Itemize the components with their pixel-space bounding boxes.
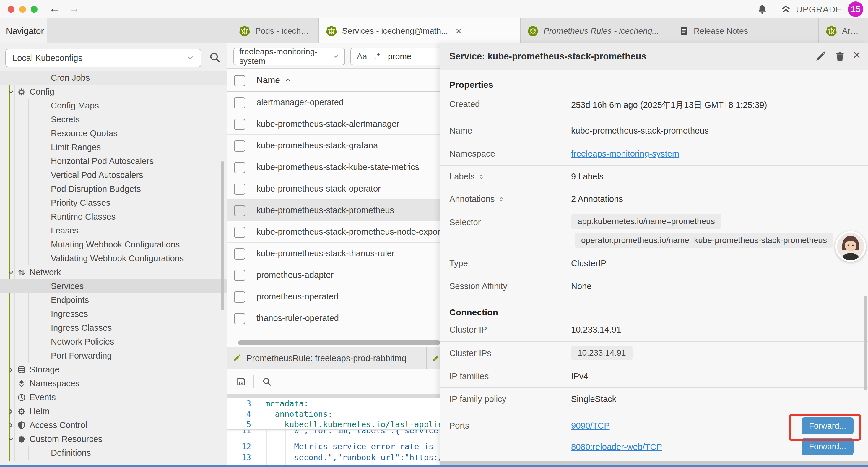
table-row[interactable]: kube-prometheus-stack-alertmanager — [227, 113, 440, 135]
table-row[interactable]: kube-prometheus-stack-prometheus — [227, 200, 440, 221]
close-window-button[interactable] — [8, 6, 14, 13]
row-checkbox[interactable] — [234, 248, 245, 260]
tree-item[interactable]: Runtime Classes — [0, 210, 227, 224]
namespace-link[interactable]: freeleaps-monitoring-system — [571, 149, 679, 159]
zoom-window-button[interactable] — [31, 6, 37, 13]
row-checkbox[interactable] — [234, 227, 245, 238]
back-button[interactable]: ← — [49, 2, 60, 15]
close-tab-icon[interactable]: × — [456, 25, 462, 37]
row-checkbox[interactable] — [234, 313, 245, 324]
yaml-editor[interactable]: 3 metadata: 4 annotations: 5 kubectl.kub… — [227, 399, 440, 467]
expand-collapse-icon[interactable] — [498, 195, 505, 203]
forward-button[interactable]: → — [68, 2, 80, 15]
port-link-9090[interactable]: 9090/TCP — [571, 421, 610, 431]
chevron-right-icon[interactable] — [7, 408, 17, 415]
sidebar-search-icon[interactable] — [209, 51, 221, 63]
sidebar-scrollbar[interactable] — [221, 161, 224, 310]
row-checkbox[interactable] — [234, 119, 245, 130]
row-checkbox[interactable] — [234, 162, 245, 173]
match-case-toggle[interactable]: Aa — [357, 52, 367, 61]
row-checkbox[interactable] — [234, 291, 245, 303]
search-input[interactable]: Aa .* prome — [350, 48, 440, 65]
delete-trash-icon[interactable] — [834, 51, 846, 62]
tree-item[interactable]: Cron Jobs — [0, 71, 227, 85]
tree-item[interactable]: Leases — [0, 224, 227, 238]
table-horizontal-scrollbar[interactable] — [238, 341, 440, 345]
tree-item[interactable]: Horizontal Pod Autoscalers — [0, 154, 227, 168]
tree-item[interactable]: Vertical Pod Autoscalers — [0, 168, 227, 182]
row-checkbox[interactable] — [234, 140, 245, 152]
tab-pods[interactable]: Pods - icecheng@mathmas... — [232, 18, 319, 43]
tree-item[interactable]: Resource Quotas — [0, 126, 227, 140]
runbook-url-link[interactable]: https://net — [409, 453, 440, 462]
namespace-filter-dropdown[interactable]: freeleaps-monitoring-system — [234, 48, 345, 65]
property-label[interactable]: Labels — [450, 172, 485, 181]
upgrade-button[interactable]: UPGRADE — [780, 4, 842, 15]
editor-tab-next[interactable] — [426, 347, 440, 369]
tab-argo[interactable]: Argo Se — [819, 18, 868, 43]
chevron-down-icon[interactable] — [7, 88, 17, 96]
tree-item[interactable]: Access Control — [0, 418, 227, 432]
tree-item[interactable]: Network Policies — [0, 335, 227, 349]
tree-item[interactable]: Storage — [0, 363, 227, 377]
avatar[interactable] — [835, 231, 866, 262]
row-checkbox[interactable] — [234, 205, 245, 216]
minimize-window-button[interactable] — [19, 6, 26, 13]
tree-item[interactable]: Network — [0, 265, 227, 279]
close-drawer-icon[interactable]: × — [853, 48, 861, 62]
navigator-panel-tab[interactable]: Navigator — [0, 18, 47, 43]
drawer-vertical-scrollbar[interactable] — [864, 296, 867, 390]
table-row[interactable]: thanos-ruler-operated — [227, 308, 440, 329]
regex-toggle[interactable]: .* — [375, 52, 380, 61]
tree-item[interactable]: Events — [0, 390, 227, 404]
tree-item[interactable]: Validating Webhook Configurations — [0, 252, 227, 265]
kubeconfig-selector[interactable]: Local Kubeconfigs — [5, 49, 202, 67]
editor-minimap-strip[interactable] — [227, 394, 440, 399]
save-icon[interactable] — [236, 376, 246, 387]
table-row[interactable]: kube-prometheus-stack-grafana — [227, 135, 440, 156]
tab-services[interactable]: Services - icecheng@math... × — [319, 18, 521, 43]
tree-item[interactable]: Custom Resources — [0, 432, 227, 446]
row-checkbox[interactable] — [234, 97, 245, 109]
editor-search-icon[interactable] — [262, 377, 272, 387]
tree-item[interactable]: Priority Classes — [0, 196, 227, 210]
property-label[interactable]: Annotations — [450, 194, 505, 204]
tab-release-notes[interactable]: Release Notes — [673, 18, 819, 43]
tree-item[interactable]: Ingresses — [0, 307, 227, 321]
tree-item[interactable]: Config — [0, 85, 227, 99]
table-row[interactable]: prometheus-operated — [227, 286, 440, 308]
chevron-down-icon[interactable] — [7, 435, 17, 443]
expand-collapse-icon[interactable] — [478, 173, 485, 181]
table-row[interactable]: prometheus-adapter — [227, 264, 440, 286]
tree-item[interactable]: Ingress Classes — [0, 321, 227, 335]
chevron-right-icon[interactable] — [7, 421, 17, 429]
port-link-8080-reloader-web[interactable]: 8080:reloader-web/TCP — [571, 442, 662, 452]
tree-item[interactable]: Services — [0, 279, 227, 293]
tree-item[interactable]: Mutating Webhook Configurations — [0, 238, 227, 252]
editor-tab-prometheusrule[interactable]: PrometheusRule: freeleaps-prod-rabbitmq — [227, 347, 424, 369]
tree-item[interactable]: Pod Disruption Budgets — [0, 182, 227, 196]
tree-item[interactable]: Endpoints — [0, 293, 227, 307]
column-header-name[interactable]: Name — [256, 75, 291, 85]
table-row[interactable]: kube-prometheus-stack-prometheus-node-ex… — [227, 221, 440, 243]
tree-item[interactable]: Definitions — [0, 446, 227, 460]
table-row[interactable]: kube-prometheus-stack-kube-state-metrics — [227, 156, 440, 178]
tree-item[interactable]: Secrets — [0, 113, 227, 126]
chevron-down-icon[interactable] — [7, 269, 17, 276]
edit-pencil-icon[interactable] — [814, 51, 826, 62]
row-checkbox[interactable] — [234, 183, 245, 195]
table-row[interactable]: kube-prometheus-stack-operator — [227, 178, 440, 200]
table-row[interactable]: alertmanager-operated — [227, 92, 440, 113]
notifications-bell-icon[interactable] — [757, 4, 768, 15]
notification-count-badge[interactable]: 15 — [848, 1, 863, 17]
tree-item[interactable]: Limit Ranges — [0, 140, 227, 154]
row-checkbox[interactable] — [234, 270, 245, 281]
chevron-right-icon[interactable] — [7, 366, 17, 374]
tree-item[interactable]: Namespaces — [0, 377, 227, 390]
tree-item[interactable]: Config Maps — [0, 99, 227, 113]
select-all-checkbox[interactable] — [234, 75, 245, 86]
tree-item[interactable]: Port Forwarding — [0, 349, 227, 363]
tree-item[interactable]: Helm — [0, 404, 227, 418]
table-row[interactable]: kube-prometheus-stack-thanos-ruler — [227, 243, 440, 264]
tab-prometheus-rules[interactable]: Prometheus Rules - icecheng... — [521, 18, 673, 43]
